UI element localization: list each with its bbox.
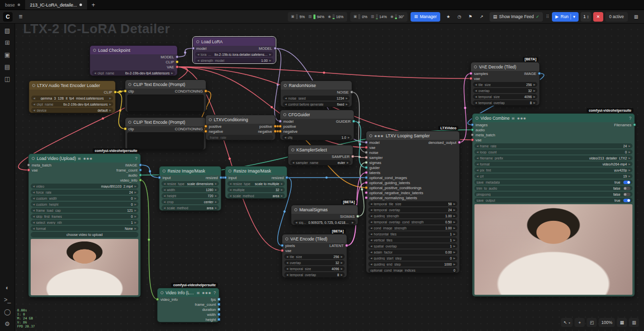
widget-temporal-tile-size[interactable]: ◀temporal_tile_size58▶	[368, 201, 457, 206]
node-loadvideo[interactable]: comfyui-videohelpersuiteLoad Video (Uplo…	[28, 153, 141, 297]
decrement-arrow-icon[interactable]: ◀	[370, 220, 372, 223]
help-icon[interactable]: ?	[213, 290, 216, 295]
widget-width[interactable]: ◀width1280▶	[162, 187, 219, 192]
widget-save-output[interactable]: save_outputtrue	[474, 198, 632, 203]
collapse-dot-icon[interactable]	[196, 40, 199, 43]
increment-arrow-icon[interactable]: ▶	[171, 71, 173, 74]
decrement-arrow-icon[interactable]: ◀	[33, 209, 35, 212]
widget-lora-[interactable]: ◀lora_...ltx-2-19b-ic-lora-detailer.safe…	[195, 52, 273, 57]
widget-optional-cond-image-indices[interactable]: optional_cond_image_indices0	[368, 268, 457, 273]
widget-temporal-overlap[interactable]: ◀temporal_overlap8▶	[473, 100, 537, 105]
workflows-icon[interactable]: ▧	[5, 28, 10, 34]
input-slot-input[interactable]	[224, 176, 227, 179]
collapse-dot-icon[interactable]	[474, 65, 477, 68]
node-header[interactable]: KSamplerSelect	[288, 145, 353, 154]
decrement-arrow-icon[interactable]: ◀	[476, 169, 478, 172]
output-slot-GUIDER[interactable]	[352, 120, 355, 123]
output-slot-positive[interactable]	[274, 125, 277, 128]
input-slot-optional_guiding_latents[interactable]	[365, 181, 368, 184]
increment-arrow-icon[interactable]: ▶	[453, 208, 455, 211]
input-slot-vae[interactable]	[469, 77, 472, 80]
output-slot-frame_count[interactable]	[139, 169, 142, 172]
decrement-arrow-icon[interactable]: ◀	[33, 191, 35, 194]
node-audioenc[interactable]: LTXV Audio Text Encoder LoaderCLIP◀gemma…	[29, 80, 116, 113]
decrement-arrow-icon[interactable]: ◀	[370, 251, 372, 254]
increment-arrow-icon[interactable]: ▶	[269, 53, 271, 56]
node-header[interactable]: VAE Decode (Tiled)	[471, 62, 539, 71]
input-slot-input[interactable]	[158, 176, 161, 179]
node-clip2[interactable]: CLIP Text Encode (Prompt)clipCONDITIONIN…	[125, 117, 206, 150]
increment-arrow-icon[interactable]: ▶	[628, 156, 630, 159]
widget-skip-first-frames[interactable]: ◀skip_first_frames0▶	[31, 214, 138, 219]
widget-resize-type[interactable]: ◀resize_typescale to multiple▶	[227, 181, 285, 186]
increment-arrow-icon[interactable]: ▶	[533, 89, 535, 92]
node-header[interactable]: ManualSigmas	[291, 205, 358, 214]
increment-arrow-icon[interactable]: ▶	[453, 226, 455, 229]
increment-arrow-icon[interactable]: ▶	[281, 188, 283, 191]
output-slot-resized[interactable]	[219, 176, 222, 179]
increment-arrow-icon[interactable]: ▶	[453, 257, 455, 260]
decrement-arrow-icon[interactable]: ◀	[286, 267, 288, 270]
node-vinfo[interactable]: comfyui-videohelpersuiteVideo Info (Load…	[157, 288, 219, 322]
video-preview[interactable]	[31, 239, 138, 295]
pointer-tool[interactable]: ↖▾	[561, 318, 573, 327]
node-header[interactable]: Video Info (Loaded)▤◉◉◉?	[157, 288, 219, 297]
widget-scale-method[interactable]: ◀scale_methodarea▶	[162, 205, 219, 210]
input-slot-vae[interactable]	[471, 138, 474, 141]
node-header[interactable]: Load LoRA	[193, 37, 275, 46]
drag-handle-icon[interactable]: ⠿	[546, 14, 549, 19]
collapse-dot-icon[interactable]	[128, 121, 131, 124]
node-header[interactable]: VAE Encode (Tiled)	[282, 234, 347, 243]
decrement-arrow-icon[interactable]: ◀	[476, 144, 478, 147]
output-slot-MODEL[interactable]	[274, 47, 277, 50]
output-slot-IMAGE[interactable]	[139, 163, 142, 167]
decrement-arrow-icon[interactable]: ◀	[370, 257, 372, 260]
models-icon[interactable]: ▣	[5, 52, 10, 58]
widget-save-metadata[interactable]: save_metadatatrue	[474, 180, 632, 185]
toggle-switch[interactable]	[623, 181, 630, 184]
collapse-dot-icon[interactable]	[93, 49, 96, 52]
batch-count-stepper[interactable]: 1 ▴▾	[581, 12, 591, 22]
input-slot-vae[interactable]	[365, 146, 368, 149]
decrement-arrow-icon[interactable]: ◀	[94, 71, 96, 74]
widget-overlap[interactable]: ◀overlap32▶	[473, 88, 537, 93]
widget-format[interactable]: ◀formatNone▶	[31, 226, 138, 231]
output-slot-resized[interactable]	[285, 176, 288, 179]
tab-workspace-base[interactable]: base	[0, 0, 25, 10]
node-resize2[interactable]: Resize Image/Maskinputresized◀resize_typ…	[225, 166, 287, 199]
decrement-arrow-icon[interactable]: ◀	[33, 197, 35, 200]
decrement-arrow-icon[interactable]: ◀	[229, 194, 231, 197]
output-slot-negative[interactable]	[274, 130, 277, 133]
prompt-textarea[interactable]	[127, 132, 204, 149]
input-slot-video_info[interactable]	[156, 298, 159, 301]
tab-active-workflow[interactable]: 213_IC-LoRA_detaile...	[25, 0, 88, 10]
output-slot-NOISE[interactable]	[350, 91, 353, 94]
input-slot-images[interactable]	[471, 123, 474, 126]
theme-icon[interactable]: ◐	[6, 285, 9, 291]
node-header[interactable]: Load Video (Upload)▤◉◉◉?	[29, 154, 140, 162]
increment-arrow-icon[interactable]: ▶	[215, 182, 217, 185]
decrement-arrow-icon[interactable]: ◀	[33, 185, 35, 188]
widget-temporal-overlap[interactable]: ◀temporal_overlap8▶	[284, 272, 345, 277]
node-header[interactable]: LTXVConditioning	[206, 115, 275, 124]
widget-temporal-overlap-cond-strength[interactable]: ◀temporal_overlap_cond_strength0.50▶	[368, 219, 457, 224]
increment-arrow-icon[interactable]: ▶	[341, 273, 343, 276]
input-slot-sigmas[interactable]	[365, 161, 368, 164]
minimap-toggle[interactable]: ▥	[629, 318, 639, 327]
flag-icon[interactable]: ⚑	[465, 12, 475, 22]
decrement-arrow-icon[interactable]: ◀	[197, 53, 199, 56]
node-header[interactable]: LTXV Audio Text Encoder Loader	[29, 81, 115, 90]
decrement-arrow-icon[interactable]: ◀	[164, 188, 166, 191]
node-header[interactable]: CFGGuider	[280, 110, 354, 119]
output-slot-fps[interactable]	[217, 298, 220, 301]
widget-temporal-size[interactable]: ◀temporal_size4096▶	[284, 266, 345, 271]
increment-arrow-icon[interactable]: ▶	[134, 197, 136, 200]
stepper-arrows[interactable]: ▴▾	[587, 15, 589, 19]
output-slot-Filenames[interactable]	[633, 123, 636, 126]
share-icon[interactable]: ↗	[476, 12, 487, 22]
decrement-arrow-icon[interactable]: ◀	[33, 215, 35, 218]
input-slot-clip[interactable]	[124, 127, 127, 130]
show-image-feed-button[interactable]: ▤ Show Image Feed ✓	[490, 12, 543, 22]
increment-arrow-icon[interactable]: ▶	[269, 59, 271, 62]
widget-crop[interactable]: ◀cropcenter▶	[162, 199, 219, 204]
